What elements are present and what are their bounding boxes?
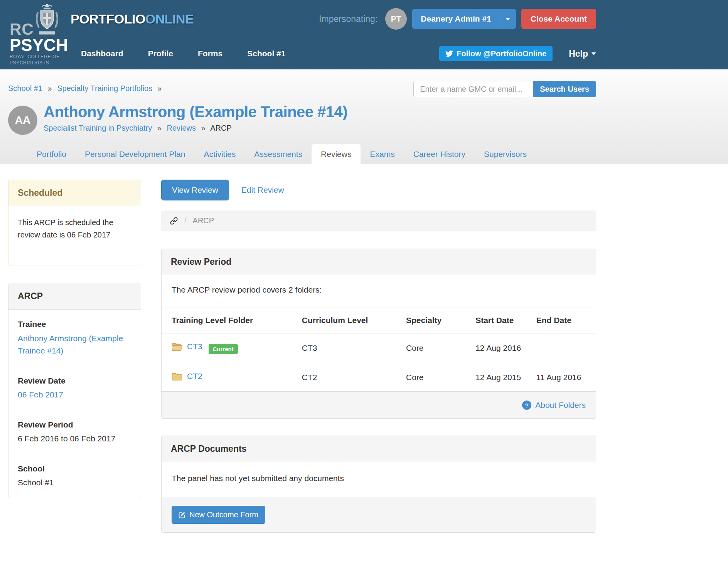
school-label: School: [18, 463, 131, 475]
breadcrumb: School #1 » Specialty Training Portfolio…: [8, 81, 165, 93]
cell-curriculum: CT3: [292, 333, 396, 363]
folder-link-ct3[interactable]: CT3: [172, 342, 202, 351]
tab-reviews[interactable]: Reviews: [312, 144, 361, 164]
col-specialty: Specialty: [396, 308, 465, 333]
nav-item-school[interactable]: School #1: [237, 45, 296, 62]
twitter-follow-button[interactable]: Follow @PortfolioOnline: [439, 46, 553, 61]
tab-career-history[interactable]: Career History: [404, 144, 475, 164]
about-folders-link[interactable]: ? About Folders: [172, 401, 586, 410]
new-outcome-form-label: New Outcome Form: [189, 510, 258, 519]
impersonated-user-avatar[interactable]: PT: [385, 8, 407, 30]
list-item: School School #1: [8, 454, 141, 498]
table-row: CT3 Current CT3 Core 12 Aug 2016: [162, 333, 596, 363]
top-header: RC PSYCH ROYAL COLLEGE OF PSYCHIATRISTS …: [0, 0, 728, 69]
review-period-footer: ? About Folders: [162, 392, 596, 418]
twitter-follow-label: Follow @PortfolioOnline: [457, 49, 546, 58]
table-row: CT2 CT2 Core 12 Aug 2015 11 Aug 2016: [162, 363, 596, 392]
tab-personal-development-plan[interactable]: Personal Development Plan: [76, 144, 194, 164]
app-brand: PORTFOLIOONLINE: [71, 12, 194, 27]
review-period-value: 6 Feb 2016 to 06 Feb 2017: [18, 433, 131, 445]
trainee-link[interactable]: Anthony Armstrong (Example Trainee #14): [18, 334, 123, 355]
review-period-intro: The ARCP review period covers 2 folders:: [162, 275, 596, 308]
page-title: Anthony Armstrong (Example Trainee #14): [44, 103, 347, 121]
main-column: View Review Edit Review / ARCP Review Pe…: [161, 180, 596, 533]
tab-portfolio[interactable]: Portfolio: [27, 144, 76, 164]
sub-breadcrumb-current: ARCP: [210, 124, 232, 132]
breadcrumb-separator: »: [157, 124, 162, 132]
sub-breadcrumb-specialist-training[interactable]: Specialist Training in Psychiatry: [44, 124, 152, 132]
arcp-panel-title: ARCP: [8, 283, 141, 310]
nav-item-dashboard[interactable]: Dashboard: [71, 45, 134, 62]
account-split-button[interactable]: Deanery Admin #1: [412, 9, 516, 29]
cell-end-date: [526, 333, 596, 363]
tab-activities[interactable]: Activities: [194, 144, 245, 164]
cell-specialty: Core: [396, 333, 465, 363]
school-value: School #1: [18, 476, 131, 489]
twitter-bird-icon: [445, 50, 453, 57]
arcp-documents-panel: ARCP Documents The panel has not yet sub…: [161, 436, 596, 533]
folders-table: Training Level Folder Curriculum Level S…: [162, 308, 596, 392]
profile-tabs: Portfolio Personal Development Plan Acti…: [8, 144, 596, 164]
list-item: Review Date 06 Feb 2017: [8, 366, 141, 410]
help-menu[interactable]: Help: [569, 49, 596, 59]
list-item: Trainee Anthony Armstrong (Example Train…: [8, 310, 141, 366]
folder-label: CT3: [187, 342, 202, 351]
tab-supervisors[interactable]: Supervisors: [475, 144, 536, 164]
current-badge: Current: [209, 344, 238, 354]
arcp-documents-title: ARCP Documents: [162, 436, 596, 462]
about-folders-label: About Folders: [535, 401, 586, 410]
logo-subtitle-2: PSYCHIATRISTS: [10, 60, 49, 66]
cell-curriculum: CT2: [292, 363, 396, 392]
tab-exams[interactable]: Exams: [361, 144, 404, 164]
trainee-label: Trainee: [18, 318, 131, 331]
link-icon[interactable]: [170, 217, 178, 225]
path-separator: /: [184, 216, 187, 225]
rcpsych-logo[interactable]: RC PSYCH ROYAL COLLEGE OF PSYCHIATRISTS: [10, 0, 61, 69]
page-content: Scheduled This ARCP is scheduled the rev…: [0, 164, 728, 533]
account-dropdown-toggle[interactable]: [500, 9, 516, 29]
nav-item-forms[interactable]: Forms: [187, 45, 233, 62]
folder-link-ct2[interactable]: CT2: [172, 372, 202, 381]
breadcrumb-portfolios[interactable]: Specialty Training Portfolios: [57, 84, 152, 93]
review-date-link[interactable]: 06 Feb 2017: [18, 390, 63, 399]
search-input[interactable]: [413, 81, 533, 97]
review-period-label: Review Period: [18, 419, 131, 431]
review-period-panel: Review Period The ARCP review period cov…: [161, 249, 596, 419]
rcpsych-crest-icon: [34, 2, 60, 39]
arcp-summary-panel: ARCP Trainee Anthony Armstrong (Example …: [8, 283, 141, 498]
sub-breadcrumb: Specialist Training in Psychiatry » Revi…: [44, 124, 347, 133]
scheduled-panel-body: This ARCP is scheduled the review date i…: [8, 206, 141, 266]
list-item: Review Period 6 Feb 2016 to 06 Feb 2017: [8, 410, 141, 454]
question-circle-icon: ?: [522, 401, 531, 410]
main-nav: Dashboard Profile Forms School #1: [71, 45, 296, 62]
cell-end-date: 11 Aug 2016: [526, 363, 596, 392]
col-training-level-folder: Training Level Folder: [162, 308, 292, 333]
impersonating-label: Impersonating:: [319, 14, 377, 24]
account-button-label[interactable]: Deanery Admin #1: [412, 9, 499, 29]
trainee-avatar: AA: [8, 106, 37, 135]
review-path-bar: / ARCP: [161, 210, 596, 231]
user-search-group: Search Users: [413, 81, 596, 97]
review-period-title: Review Period: [162, 249, 596, 275]
logo-subtitle-1: ROYAL COLLEGE OF: [10, 54, 59, 59]
breadcrumb-school[interactable]: School #1: [8, 84, 42, 93]
path-current: ARCP: [193, 216, 214, 225]
close-account-button[interactable]: Close Account: [521, 9, 596, 29]
search-users-button[interactable]: Search Users: [533, 81, 596, 97]
scheduled-panel-title: Scheduled: [8, 180, 141, 206]
tab-assessments[interactable]: Assessments: [245, 144, 312, 164]
caret-down-icon: [592, 52, 596, 55]
cell-start-date: 12 Aug 2016: [465, 333, 526, 363]
sub-breadcrumb-reviews[interactable]: Reviews: [167, 124, 196, 132]
nav-item-profile[interactable]: Profile: [138, 45, 184, 62]
breadcrumb-separator: »: [48, 84, 52, 93]
help-label: Help: [569, 49, 588, 59]
breadcrumb-separator: »: [158, 84, 162, 93]
view-review-button[interactable]: View Review: [161, 180, 229, 200]
folder-open-icon: [172, 342, 182, 351]
edit-review-link[interactable]: Edit Review: [241, 185, 284, 195]
logo-psych-text: PSYCH: [10, 35, 68, 55]
caret-down-icon: [506, 18, 510, 20]
new-outcome-form-button[interactable]: New Outcome Form: [172, 506, 265, 524]
brand-online: ONLINE: [145, 12, 194, 26]
